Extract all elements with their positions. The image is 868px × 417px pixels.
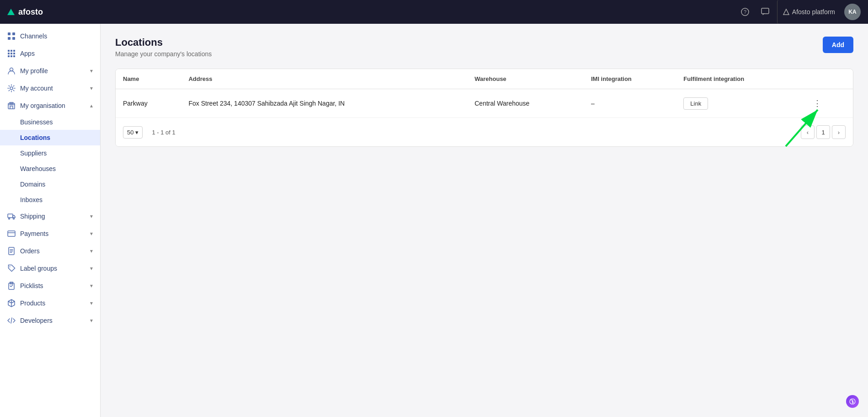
sidebar-item-picklists[interactable]: Picklists ▾ — [0, 277, 100, 294]
logo[interactable]: afosto — [7, 7, 43, 17]
sidebar-label-suppliers: Suppliers — [20, 150, 47, 157]
person-icon — [7, 67, 16, 75]
avatar-initials: KA — [848, 9, 856, 15]
col-fulfilment: Fulfilment integration — [676, 69, 802, 89]
per-page-value: 50 — [127, 129, 133, 136]
svg-rect-12 — [13, 53, 15, 54]
page-header-text: Locations Manage your company's location… — [115, 37, 212, 58]
locations-table-container: Name Address Warehouse IMI integration F… — [115, 69, 853, 147]
clipboard-icon — [7, 282, 16, 290]
svg-rect-3 — [8, 32, 11, 35]
logo-text: afosto — [18, 7, 43, 17]
sidebar-item-developers[interactable]: Developers ▾ — [0, 312, 100, 329]
svg-rect-20 — [8, 214, 13, 218]
code-icon — [7, 316, 16, 325]
sidebar-item-my-account[interactable]: My account ▾ — [0, 80, 100, 97]
svg-rect-4 — [12, 32, 15, 35]
sidebar-item-suppliers[interactable]: Suppliers — [0, 145, 100, 161]
chat-button[interactable] — [757, 4, 773, 20]
sidebar-item-payments[interactable]: Payments ▾ — [0, 225, 100, 242]
sidebar-item-shipping[interactable]: Shipping ▾ — [0, 208, 100, 225]
card-icon — [7, 230, 16, 238]
sidebar-label-my-account: My account — [20, 85, 53, 92]
sidebar-item-domains[interactable]: Domains — [0, 176, 100, 192]
fulfilment-cell-content: Link — [683, 97, 795, 110]
help-button[interactable]: ? — [737, 4, 753, 20]
svg-text:?: ? — [744, 9, 746, 15]
sidebar-label-businesses: Businesses — [20, 118, 53, 126]
more-options-button[interactable]: ⋮ — [809, 96, 825, 110]
sidebar-label-label-groups: Label groups — [20, 265, 57, 272]
sidebar-item-apps[interactable]: Apps — [0, 45, 100, 62]
sidebar-item-my-organisation[interactable]: My organisation ▴ — [0, 97, 100, 114]
topbar-left: afosto — [7, 7, 43, 17]
sidebar-item-locations[interactable]: Locations — [0, 130, 100, 145]
svg-rect-11 — [11, 53, 12, 54]
grid-icon — [7, 32, 16, 40]
sidebar-item-businesses[interactable]: Businesses — [0, 114, 100, 130]
brain-button[interactable] — [846, 395, 859, 408]
sidebar-label-channels: Channels — [20, 32, 47, 40]
prev-page-button[interactable]: ‹ — [801, 125, 815, 139]
sidebar-label-domains: Domains — [20, 181, 45, 188]
layout: Channels Apps My profile ▾ My account ▾ … — [0, 24, 868, 417]
doc-icon — [7, 247, 16, 255]
sidebar-label-inboxes: Inboxes — [20, 196, 43, 203]
platform-button[interactable]: Afosto platform — [777, 0, 841, 24]
chevron-icon: ▾ — [90, 230, 93, 237]
cell-warehouse: Central Warehouse — [467, 89, 584, 118]
page-info: 1 - 1 of 1 — [152, 129, 175, 136]
svg-rect-23 — [8, 231, 15, 236]
cell-imi: – — [584, 89, 676, 118]
locations-table: Name Address Warehouse IMI integration F… — [116, 69, 853, 118]
svg-rect-13 — [8, 55, 10, 57]
col-warehouse: Warehouse — [467, 69, 584, 89]
col-name: Name — [116, 69, 181, 89]
tag-icon — [7, 264, 16, 273]
sidebar-item-label-groups[interactable]: Label groups ▾ — [0, 260, 100, 277]
link-button[interactable]: Link — [683, 97, 708, 110]
sidebar-item-orders[interactable]: Orders ▾ — [0, 242, 100, 260]
logo-icon — [7, 9, 15, 15]
sidebar-label-my-profile: My profile — [20, 67, 48, 75]
next-page-button[interactable]: › — [832, 125, 846, 139]
sidebar-label-developers: Developers — [20, 317, 53, 324]
chevron-icon: ▾ — [90, 68, 93, 74]
chevron-icon: ▾ — [90, 300, 93, 306]
svg-rect-8 — [11, 50, 12, 52]
cell-name: Parkway — [116, 89, 181, 118]
sidebar-item-channels[interactable]: Channels — [0, 27, 100, 45]
chevron-icon: ▾ — [90, 248, 93, 254]
svg-point-25 — [10, 267, 11, 267]
svg-rect-10 — [8, 53, 10, 54]
sidebar-label-apps: Apps — [20, 50, 35, 57]
svg-rect-6 — [12, 37, 15, 40]
truck-icon — [7, 212, 16, 220]
chevron-icon: ▾ — [90, 265, 93, 272]
sidebar-label-payments: Payments — [20, 230, 48, 237]
sidebar-label-orders: Orders — [20, 247, 40, 255]
table-header-row: Name Address Warehouse IMI integration F… — [116, 69, 853, 89]
sidebar: Channels Apps My profile ▾ My account ▾ … — [0, 24, 101, 417]
box-icon — [7, 299, 16, 307]
sidebar-item-products[interactable]: Products ▾ — [0, 294, 100, 312]
chevron-icon: ▾ — [90, 283, 93, 289]
svg-point-22 — [13, 218, 15, 219]
sidebar-item-my-profile[interactable]: My profile ▾ — [0, 62, 100, 80]
sidebar-label-picklists: Picklists — [20, 282, 43, 289]
chevron-up-icon: ▴ — [90, 102, 93, 109]
avatar-button[interactable]: KA — [844, 4, 861, 20]
dropdown-arrow-icon: ▾ — [135, 129, 138, 136]
page-title: Locations — [115, 37, 212, 48]
brain-icon — [846, 395, 859, 408]
chevron-icon: ▾ — [90, 213, 93, 219]
add-button[interactable]: Add — [823, 37, 853, 53]
sidebar-item-warehouses[interactable]: Warehouses — [0, 161, 100, 176]
per-page-select[interactable]: 50 ▾ — [123, 126, 143, 139]
page-number: 1 — [816, 125, 830, 139]
sidebar-label-warehouses: Warehouses — [20, 165, 56, 172]
sidebar-item-inboxes[interactable]: Inboxes — [0, 192, 100, 208]
sidebar-label-my-organisation: My organisation — [20, 102, 65, 109]
building-icon — [7, 102, 16, 110]
svg-rect-7 — [8, 50, 10, 52]
